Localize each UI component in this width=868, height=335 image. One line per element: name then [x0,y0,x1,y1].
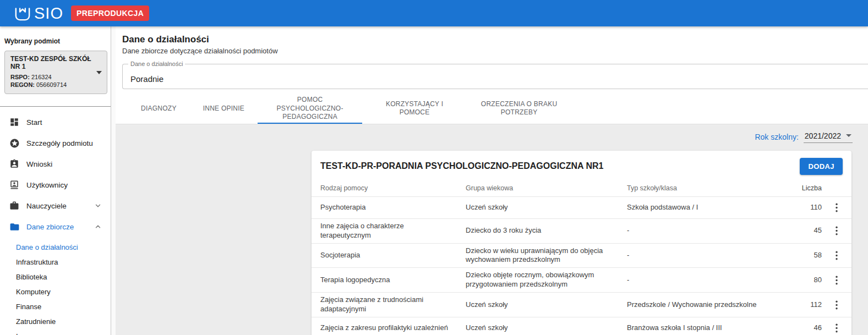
row-menu-kebab-icon[interactable] [830,249,843,262]
activity-type-select-label: Dane o działalności [128,61,185,67]
cell-rodzaj-pomocy: Socjoterapia [320,248,466,263]
cell-rodzaj-pomocy: Terapia logopedyczna [320,273,466,288]
sidebar-item-nauczyciele[interactable]: Nauczyciele [0,195,111,216]
sidebar-item-label: Dane zbiorcze [26,223,74,231]
sidebar-item-wnioski[interactable]: Wnioski [0,153,111,174]
sidebar-item-dane-zbiorcze[interactable]: Dane zbiorcze [0,216,111,237]
sidebar-subitem-komputery[interactable]: Komputery [16,284,111,299]
sidebar-subitem-zatrudnienie[interactable]: Zatrudnienie [16,314,111,329]
row-menu-kebab-icon[interactable] [830,298,843,311]
page-title: Dane o działalności [122,34,868,45]
tab-diagnozy[interactable]: DIAGNOZY [128,95,190,124]
cell-typ-szkoly: - [627,248,788,263]
cell-typ-szkoly: Szkoła podstawowa / I [627,200,788,215]
chevron-down-icon [94,202,102,210]
poradnia-card: TEST-KD-PR-PORADNIA PSYCHOLOGICZNO-PEDAG… [312,151,851,335]
sidebar-item-label: Start [26,118,42,127]
sidebar-subitem-dane-o-dzialalnosci[interactable]: Dane o działalności [16,240,111,255]
row-menu-kebab-icon[interactable] [830,321,843,334]
cell-liczba: 112 [788,298,822,312]
page-subtitle: Dane zbiorcze dotyczące działalności pod… [122,47,868,55]
cell-liczba: 58 [788,248,822,263]
star-circle-icon [9,138,20,149]
row-menu-kebab-icon[interactable] [830,201,843,214]
table-row: Zajęcia z zakresu profilaktyki uzależnie… [312,317,851,335]
school-year-select[interactable]: 2021/2022 [804,131,853,143]
sidebar-item-uzytkownicy[interactable]: Użytkownicy [0,174,111,195]
cell-rodzaj-pomocy: Zajęcia z zakresu profilaktyki uzależnie… [320,321,466,335]
sidebar-subitem-infrastruktura[interactable]: Infrastruktura [16,255,111,270]
main-area: Dane o działalności Dane zbiorcze dotycz… [116,26,868,335]
cell-typ-szkoly: Przedszkole / Wychowanie przedszkolne [627,298,788,312]
entity-regon-label: REGON: [10,81,35,88]
activity-type-select[interactable]: Dane o działalności Poradnie [122,64,868,89]
sidebar-scrollbar-gutter[interactable] [111,26,116,335]
table-header-row: Rodzaj pomocy Grupa wiekowa Typ szkoły/k… [312,180,851,197]
column-header-liczba: Liczba [788,181,822,195]
cell-typ-szkoly: Branżowa szkoła I stopnia / III [627,321,788,335]
school-year-label: Rok szkolny: [755,133,798,141]
entity-rspo: RSPO: 216324 [10,73,92,81]
cell-grupa-wiekowa: Uczeń szkoły [466,321,627,335]
top-app-bar: SIO PREPRODUKCJA [0,0,868,26]
cell-grupa-wiekowa: Dziecko w wieku uprawniającym do objęcia… [466,244,627,268]
entity-selector[interactable]: TEST-KD ZESPÓŁ SZKÓŁ NR 1 RSPO: 216324 R… [4,51,107,94]
school-year-value: 2021/2022 [805,131,841,140]
cell-typ-szkoly: - [627,273,788,288]
cell-grupa-wiekowa: Dziecko do 3 roku życia [466,223,627,238]
cell-liczba: 80 [788,273,822,288]
sio-logo-icon [13,4,34,23]
cell-rodzaj-pomocy: Inne zajęcia o charakterze terapeutyczny… [320,219,466,243]
entity-regon-value: 056609714 [36,81,67,88]
dashboard-icon [9,117,20,128]
table-row: Psychoterapia Uczeń szkoły Szkoła podsta… [312,197,851,219]
table-row: Terapia logopedyczna Dziecko objęte rocz… [312,268,851,293]
folder-icon [9,221,20,232]
sidebar-item-label: Użytkownicy [26,181,68,189]
column-header-grupa-wiekowa: Grupa wiekowa [466,181,627,195]
entity-rspo-value: 216324 [31,74,52,80]
sio-logo-text: SIO [34,6,63,21]
row-menu-kebab-icon[interactable] [830,273,843,287]
tab-bar: DIAGNOZY INNE OPINIE POMOC PSYCHOLOGICZN… [122,95,868,124]
column-header-typ-szkoly-klasa: Typ szkoły/klasa [627,181,788,195]
table-row: Zajęcia związane z trudnościami adaptacy… [312,293,851,317]
column-header-rodzaj-pomocy: Rodzaj pomocy [320,181,466,195]
sidebar-item-start[interactable]: Start [0,112,111,133]
activity-type-select-value: Poradnie [130,74,163,84]
page-header: Dane o działalności Dane zbiorcze dotycz… [116,26,868,124]
cell-grupa-wiekowa: Uczeń szkoły [466,200,627,215]
table-row: Socjoterapia Dziecko w wieku uprawniając… [312,244,851,268]
content-area: Rok szkolny: 2021/2022 TEST-KD-PR-PORADN… [116,124,868,335]
table-row: Inne zajęcia o charakterze terapeutyczny… [312,219,851,244]
sidebar-subitem-inne[interactable]: Inne [16,329,111,335]
cell-grupa-wiekowa: Uczeń szkoły [466,298,627,312]
sidebar-item-label: Wnioski [26,160,52,168]
tab-korzystajacy-i-pomoce[interactable]: KORZYSTAJĄCY I POMOCE [362,95,467,124]
dane-zbiorcze-submenu: Dane o działalności Infrastruktura Bibli… [0,237,111,335]
sidebar-subitem-finanse[interactable]: Finanse [16,299,111,314]
entity-name: TEST-KD ZESPÓŁ SZKÓŁ NR 1 [10,56,92,71]
card-header: TEST-KD-PR-PORADNIA PSYCHOLOGICZNO-PEDAG… [312,151,851,180]
cell-liczba: 46 [788,321,822,335]
card-title: TEST-KD-PR-PORADNIA PSYCHOLOGICZNO-PEDAG… [320,161,603,171]
chevron-up-icon [94,223,102,230]
tab-pomoc-psychologiczno-pedagogiczna[interactable]: POMOC PSYCHOLOGICZNO-PEDAGOGICZNA [258,95,362,124]
sio-logo[interactable]: SIO [13,4,63,23]
school-year-caret-icon [846,134,851,137]
cell-grupa-wiekowa: Dziecko objęte rocznym, obowiązkowym prz… [466,268,627,292]
sidebar-item-szczegoly-podmiotu[interactable]: Szczegóły podmiotu [0,133,111,153]
sidebar: Wybrany podmiot TEST-KD ZESPÓŁ SZKÓŁ NR … [0,26,111,335]
entity-dropdown-caret-icon [96,71,102,74]
sidebar-subitem-biblioteka[interactable]: Biblioteka [16,270,111,284]
tab-inne-opinie[interactable]: INNE OPINIE [190,95,258,124]
tab-orzeczenia-o-braku-potrzeby[interactable]: ORZECZENIA O BRAKU POTRZEBY [467,95,571,124]
sidebar-item-label: Nauczyciele [26,202,67,210]
briefcase-icon [9,200,20,211]
cell-liczba: 45 [788,223,822,238]
cell-typ-szkoly: - [627,223,788,238]
add-button[interactable]: DODAJ [800,158,843,175]
sidebar-menu: Start Szczegóły podmiotu Wnioski [0,107,111,335]
row-menu-kebab-icon[interactable] [830,224,843,238]
entity-regon: REGON: 056609714 [10,81,92,89]
